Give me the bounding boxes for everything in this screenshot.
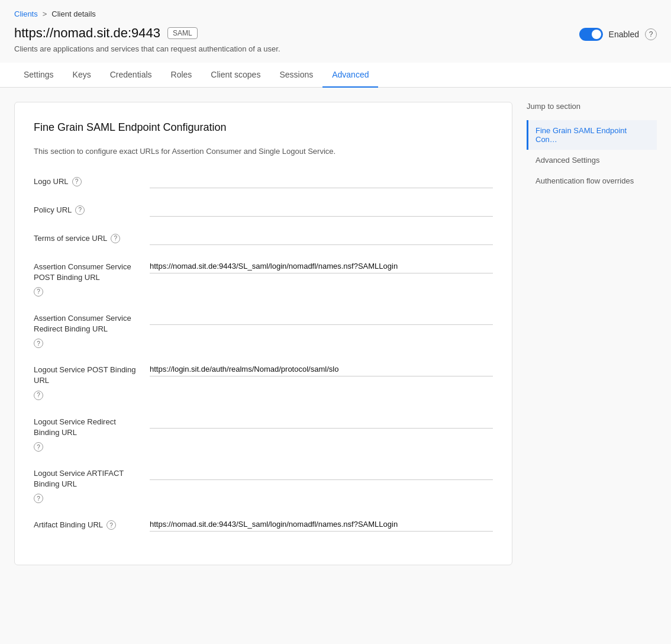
sidebar-jump-item-1[interactable]: Advanced Settings (527, 150, 657, 170)
sidebar-jump-item-2[interactable]: Authentication flow overrides (527, 170, 657, 191)
form-label-0: Logo URL? (34, 174, 140, 187)
help-icon-4[interactable]: ? (34, 339, 43, 348)
form-input-6[interactable] (150, 414, 493, 429)
form-input-5[interactable] (150, 362, 493, 376)
main-panel: Fine Grain SAML Endpoint Configuration T… (14, 102, 512, 565)
form-input-wrap-6 (150, 414, 493, 429)
breadcrumb-parent-link[interactable]: Clients (14, 9, 38, 18)
help-icon-8[interactable]: ? (107, 520, 116, 530)
form-input-8[interactable] (150, 517, 493, 532)
page-header-left: https://nomad.sit.de:9443 SAML Clients a… (14, 25, 579, 53)
page-header: https://nomad.sit.de:9443 SAML Clients a… (0, 23, 671, 63)
form-input-7[interactable] (150, 466, 493, 480)
breadcrumb-current: Client details (51, 9, 95, 18)
form-row: Policy URL? (34, 202, 493, 217)
page-help-icon[interactable]: ? (645, 28, 657, 40)
page-title-row: https://nomad.sit.de:9443 SAML (14, 25, 579, 41)
form-label-text-2: Terms of service URL (34, 233, 107, 244)
form-row: Terms of service URL? (34, 231, 493, 245)
saml-badge: SAML (167, 27, 198, 39)
form-fields-container: Logo URL?Policy URL?Terms of service URL… (34, 174, 493, 532)
sidebar-items-container: Fine Grain SAML Endpoint Con…Advanced Se… (527, 120, 657, 191)
form-input-wrap-7 (150, 466, 493, 480)
tab-advanced[interactable]: Advanced (322, 63, 378, 88)
form-label-text-4: Assertion Consumer Service Redirect Bind… (34, 313, 140, 334)
content-area: Fine Grain SAML Endpoint Configuration T… (0, 88, 671, 579)
form-input-wrap-8 (150, 517, 493, 532)
help-icon-0[interactable]: ? (72, 177, 82, 186)
section-description: This section to configure exact URLs for… (34, 146, 493, 157)
tab-credentials[interactable]: Credentials (101, 63, 162, 88)
tab-client-scopes[interactable]: Client scopes (201, 63, 270, 88)
form-row: Assertion Consumer Service Redirect Bind… (34, 311, 493, 348)
form-input-1[interactable] (150, 202, 493, 217)
form-label-6: Logout Service Redirect Binding URL? (34, 414, 140, 452)
form-row: Logo URL? (34, 174, 493, 188)
breadcrumb-separator: > (43, 9, 47, 18)
form-label-3: Assertion Consumer Service POST Binding … (34, 259, 140, 297)
page-subtitle: Clients are applications and services th… (14, 44, 579, 53)
form-label-text-5: Logout Service POST Binding URL (34, 365, 140, 386)
form-input-4[interactable] (150, 311, 493, 325)
toggle-slider (579, 28, 603, 41)
enabled-toggle[interactable] (579, 28, 603, 41)
form-row: Logout Service Redirect Binding URL? (34, 414, 493, 452)
form-row: Artifact Binding URL? (34, 517, 493, 532)
form-input-wrap-1 (150, 202, 493, 217)
form-row: Logout Service ARTIFACT Binding URL? (34, 466, 493, 503)
enabled-label: Enabled (609, 30, 639, 39)
form-label-text-0: Logo URL (34, 176, 69, 187)
form-input-wrap-2 (150, 231, 493, 245)
page-header-right: Enabled ? (579, 25, 657, 41)
form-input-wrap-4 (150, 311, 493, 325)
form-row: Assertion Consumer Service POST Binding … (34, 259, 493, 297)
form-label-2: Terms of service URL? (34, 231, 140, 244)
form-input-0[interactable] (150, 174, 493, 188)
help-icon-5[interactable]: ? (34, 391, 43, 400)
form-input-wrap-0 (150, 174, 493, 188)
form-label-7: Logout Service ARTIFACT Binding URL? (34, 466, 140, 503)
form-input-wrap-5 (150, 362, 493, 376)
form-label-text-1: Policy URL (34, 205, 72, 215)
help-icon-3[interactable]: ? (34, 287, 43, 297)
sidebar-jump-title: Jump to section (527, 102, 657, 111)
sidebar-jump-item-0[interactable]: Fine Grain SAML Endpoint Con… (527, 120, 657, 150)
form-label-text-7: Logout Service ARTIFACT Binding URL (34, 468, 140, 490)
form-label-4: Assertion Consumer Service Redirect Bind… (34, 311, 140, 348)
tab-sessions[interactable]: Sessions (270, 63, 322, 88)
section-title: Fine Grain SAML Endpoint Configuration (34, 121, 493, 134)
help-icon-7[interactable]: ? (34, 494, 43, 503)
help-icon-2[interactable]: ? (111, 234, 120, 243)
form-label-text-8: Artifact Binding URL (34, 520, 103, 530)
tab-roles[interactable]: Roles (162, 63, 202, 88)
form-input-3[interactable] (150, 259, 493, 273)
form-input-2[interactable] (150, 231, 493, 245)
tab-keys[interactable]: Keys (63, 63, 101, 88)
help-icon-1[interactable]: ? (75, 205, 85, 215)
form-label-text-6: Logout Service Redirect Binding URL (34, 417, 140, 438)
help-icon-6[interactable]: ? (34, 442, 43, 452)
tab-settings[interactable]: Settings (14, 63, 63, 88)
form-label-8: Artifact Binding URL? (34, 517, 140, 530)
tabs-bar: Settings Keys Credentials Roles Client s… (0, 63, 671, 88)
breadcrumb: Clients > Client details (0, 0, 671, 23)
page-title: https://nomad.sit.de:9443 (14, 25, 160, 41)
form-label-text-3: Assertion Consumer Service POST Binding … (34, 262, 140, 283)
sidebar-jump: Jump to section Fine Grain SAML Endpoint… (527, 102, 657, 191)
form-row: Logout Service POST Binding URL? (34, 362, 493, 400)
sidebar: Jump to section Fine Grain SAML Endpoint… (527, 102, 657, 565)
form-label-5: Logout Service POST Binding URL? (34, 362, 140, 400)
form-label-1: Policy URL? (34, 202, 140, 215)
form-input-wrap-3 (150, 259, 493, 273)
